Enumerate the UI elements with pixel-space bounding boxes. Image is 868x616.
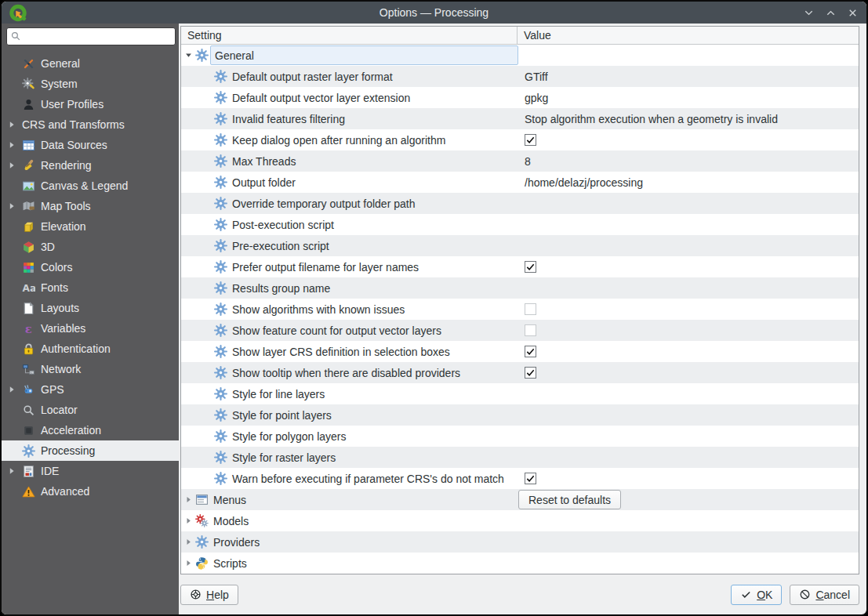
setting-row-default-output-raster-layer-format[interactable]: Default output raster layer formatGTiff [181,66,859,87]
close-icon[interactable] [847,7,859,19]
setting-cell[interactable]: Menus [181,489,518,510]
setting-cell[interactable]: Show tooltip when there are disabled pro… [181,362,518,383]
checkbox[interactable] [525,367,536,379]
setting-cell[interactable]: Style for raster layers [181,447,518,468]
sidebar-item-advanced[interactable]: Advanced [2,481,179,502]
setting-cell[interactable]: Invalid features filtering [181,108,518,129]
setting-row-show-algorithms-with-known-issues[interactable]: Show algorithms with known issues [181,299,859,320]
setting-cell[interactable]: Post-execution script [181,214,518,235]
sidebar-item-fonts[interactable]: AaFonts [2,277,179,298]
expand-arrow-icon[interactable] [8,202,22,210]
sidebar-item-3d[interactable]: 3D [2,237,179,257]
setting-cell[interactable]: Show algorithms with known issues [181,299,518,320]
tree-collapsed-icon[interactable] [185,560,192,567]
setting-row-pre-execution-script[interactable]: Pre-execution script [181,235,859,256]
setting-row-show-layer-crs-definition-in-selection-boxes[interactable]: Show layer CRS definition in selection b… [181,341,859,362]
setting-row-menus[interactable]: MenusReset to defaults [181,489,859,510]
setting-cell[interactable]: Style for line layers [181,383,518,404]
expand-arrow-icon[interactable] [8,161,22,169]
sidebar-item-layouts[interactable]: Layouts [2,298,179,318]
sidebar-item-authentication[interactable]: Authentication [2,339,179,359]
checkbox[interactable] [525,346,536,357]
setting-row-prefer-output-filename-for-layer-names[interactable]: Prefer output filename for layer names [181,256,859,277]
tree-collapsed-icon[interactable] [185,538,192,545]
expand-arrow-icon[interactable] [8,467,22,475]
setting-value[interactable]: Stop algorithm execution when a geometry… [525,113,778,125]
sidebar-item-processing[interactable]: Processing [2,440,179,461]
sidebar-item-colors[interactable]: Colors [2,257,179,277]
help-button[interactable]: Help [180,585,238,605]
setting-cell[interactable]: Default output vector layer extension [181,87,518,108]
setting-row-models[interactable]: Models [181,510,859,531]
setting-cell[interactable]: Override temporary output folder path [181,193,518,214]
sidebar-item-canvas-legend[interactable]: Canvas & Legend [2,176,179,196]
setting-cell[interactable]: Pre-execution script [181,235,518,256]
setting-cell[interactable]: Keep dialog open after running an algori… [181,129,518,150]
setting-row-style-for-line-layers[interactable]: Style for line layers [181,383,859,404]
sidebar-item-variables[interactable]: εVariables [2,318,179,339]
sidebar-item-network[interactable]: Network [2,359,179,379]
sidebar-item-elevation[interactable]: Elevation [2,216,179,237]
setting-cell[interactable]: General [181,45,518,66]
tree-collapsed-icon[interactable] [185,517,192,524]
setting-cell[interactable]: Show feature count for output vector lay… [181,320,518,341]
reset-to-defaults-button[interactable]: Reset to defaults [518,490,621,509]
tree-collapsed-icon[interactable] [185,496,192,503]
setting-row-warn-before-executing-if-parameter-crs-s-do-not-match[interactable]: Warn before executing if parameter CRS's… [181,468,859,489]
setting-row-max-threads[interactable]: Max Threads8 [181,150,859,172]
setting-cell[interactable]: Output folder [181,172,518,193]
sidebar-item-locator[interactable]: Locator [2,400,179,420]
sidebar-item-acceleration[interactable]: Acceleration [2,420,179,440]
setting-value[interactable]: gpkg [525,92,548,104]
setting-cell[interactable]: Scripts [181,553,518,574]
expand-arrow-icon[interactable] [8,121,22,129]
sidebar-item-user-profiles[interactable]: User Profiles [2,94,179,114]
sidebar-item-gps[interactable]: GPS [2,379,179,400]
setting-row-providers[interactable]: Providers [181,531,859,553]
checkbox[interactable] [525,134,536,146]
setting-cell[interactable]: Default output raster layer format [181,66,518,87]
setting-row-general[interactable]: General [181,45,859,66]
setting-cell[interactable]: Style for polygon layers [181,426,518,447]
setting-row-override-temporary-output-folder-path[interactable]: Override temporary output folder path [181,193,859,214]
setting-row-default-output-vector-layer-extension[interactable]: Default output vector layer extensiongpk… [181,87,859,108]
sidebar-item-map-tools[interactable]: Map Tools [2,196,179,216]
checkbox[interactable] [525,473,536,484]
checkbox[interactable] [525,303,536,315]
sidebar-item-general[interactable]: General [2,53,179,74]
setting-cell[interactable]: Style for point layers [181,404,518,426]
setting-cell[interactable]: Results group name [181,277,518,299]
setting-value[interactable]: /home/delazj/processing [525,176,643,189]
setting-row-results-group-name[interactable]: Results group name [181,277,859,299]
expand-arrow-icon[interactable] [8,141,22,149]
setting-cell[interactable]: Models [181,510,518,531]
sidebar-item-ide[interactable]: IDE [2,461,179,481]
setting-cell[interactable]: Providers [181,531,518,553]
checkbox[interactable] [525,261,536,273]
tree-expanded-icon[interactable] [185,52,192,59]
checkbox[interactable] [525,324,536,336]
setting-row-scripts[interactable]: Scripts [181,553,859,574]
sidebar-item-data-sources[interactable]: Data Sources [2,135,179,155]
setting-cell[interactable]: Show layer CRS definition in selection b… [181,341,518,362]
search-box[interactable] [6,27,176,45]
cancel-button[interactable]: Cancel [790,585,859,605]
setting-row-keep-dialog-open-after-running-an-algorithm[interactable]: Keep dialog open after running an algori… [181,129,859,150]
sidebar-item-system[interactable]: System [2,74,179,94]
setting-cell[interactable]: Max Threads [181,150,518,172]
sidebar-item-crs-and-transforms[interactable]: CRS and Transforms [2,114,179,135]
chevron-down-icon[interactable] [803,7,815,19]
ok-button[interactable]: OK [731,585,782,605]
expand-arrow-icon[interactable] [8,386,22,393]
setting-cell[interactable]: Warn before executing if parameter CRS's… [181,468,518,489]
setting-row-post-execution-script[interactable]: Post-execution script [181,214,859,235]
setting-row-show-feature-count-for-output-vector-layers[interactable]: Show feature count for output vector lay… [181,320,859,341]
setting-row-output-folder[interactable]: Output folder/home/delazj/processing [181,172,859,193]
chevron-up-icon[interactable] [825,7,837,19]
search-input[interactable] [24,30,172,43]
sidebar-item-rendering[interactable]: Rendering [2,155,179,176]
setting-row-style-for-polygon-layers[interactable]: Style for polygon layers [181,426,859,447]
setting-row-show-tooltip-when-there-are-disabled-providers[interactable]: Show tooltip when there are disabled pro… [181,362,859,383]
setting-value[interactable]: GTiff [525,71,548,83]
setting-row-style-for-raster-layers[interactable]: Style for raster layers [181,447,859,468]
